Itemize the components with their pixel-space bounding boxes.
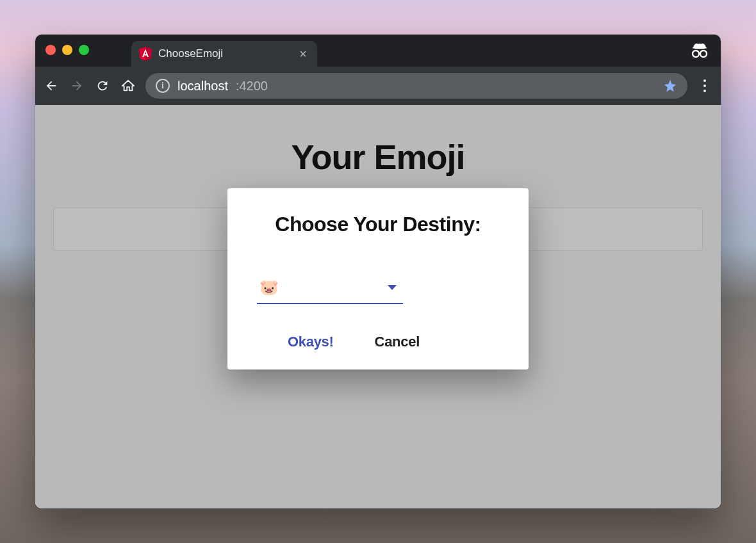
browser-menu-button[interactable] — [696, 79, 713, 92]
address-bar[interactable]: i localhost:4200 — [145, 73, 687, 99]
tab-strip: ChooseEmoji × — [35, 35, 721, 67]
back-button[interactable] — [43, 77, 60, 94]
browser-tab[interactable]: ChooseEmoji × — [131, 41, 317, 67]
svg-point-0 — [693, 51, 699, 57]
chevron-down-icon — [388, 285, 397, 290]
emoji-select[interactable]: 🐷 — [257, 275, 403, 304]
incognito-icon — [690, 41, 709, 59]
choose-emoji-dialog: Choose Your Destiny: 🐷 Okays! Cancel — [227, 188, 529, 369]
minimize-window-button[interactable] — [62, 45, 72, 55]
cancel-button[interactable]: Cancel — [375, 334, 420, 350]
browser-toolbar: i localhost:4200 — [35, 67, 721, 105]
url-port: :4200 — [236, 79, 268, 93]
page-viewport: Your Emoji Choose Your Destiny: 🐷 Okays!… — [35, 105, 721, 508]
dialog-title: Choose Your Destiny: — [257, 213, 499, 236]
select-value: 🐷 — [259, 279, 388, 296]
window-controls — [45, 45, 89, 55]
fullscreen-window-button[interactable] — [79, 45, 89, 55]
url-host: localhost — [177, 79, 228, 93]
bookmark-star-icon[interactable] — [663, 79, 677, 93]
site-info-icon[interactable]: i — [156, 79, 170, 93]
browser-window: ChooseEmoji × i localhost:4200 — [35, 35, 721, 508]
ok-button[interactable]: Okays! — [288, 334, 334, 350]
modal-overlay: Choose Your Destiny: 🐷 Okays! Cancel — [35, 105, 721, 508]
close-window-button[interactable] — [45, 45, 56, 55]
close-tab-icon[interactable]: × — [297, 47, 309, 61]
tab-title: ChooseEmoji — [158, 47, 290, 60]
home-button[interactable] — [120, 77, 136, 94]
dialog-actions: Okays! Cancel — [257, 334, 499, 350]
reload-button[interactable] — [94, 77, 111, 94]
svg-point-1 — [700, 51, 707, 57]
forward-button[interactable] — [69, 77, 85, 94]
angular-icon — [139, 47, 152, 61]
